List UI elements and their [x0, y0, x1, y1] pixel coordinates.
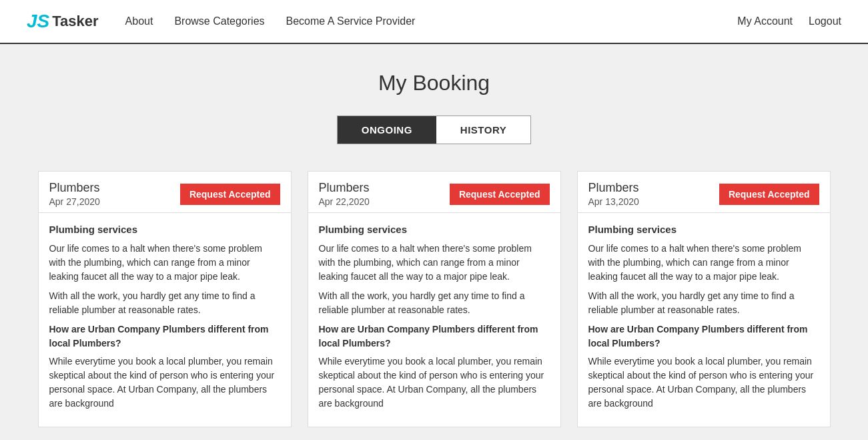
card-header-2: Plumbers Apr 22,2020 Request Accepted	[308, 172, 560, 213]
booking-card-1: Plumbers Apr 27,2020 Request Accepted Pl…	[38, 171, 292, 427]
nav-browse-categories[interactable]: Browse Categories	[174, 15, 264, 27]
service-text3-3: While everytime you book a local plumber…	[588, 355, 819, 411]
navbar-right: My Account Logout	[737, 15, 841, 27]
tabs-container: ONGOING HISTORY	[337, 116, 531, 144]
logo-icon: JS	[27, 12, 49, 31]
service-text2-3: With all the work, you hardly get any ti…	[588, 289, 819, 317]
nav-become-provider[interactable]: Become A Service Provider	[286, 15, 416, 27]
service-heading-2: How are Urban Company Plumbers different…	[319, 322, 550, 351]
service-title-1: Plumbing services	[49, 224, 280, 235]
card-header-3: Plumbers Apr 13,2020 Request Accepted	[578, 172, 830, 213]
status-badge-3: Request Accepted	[719, 184, 819, 205]
navbar: JS Tasker About Browse Categories Become…	[0, 0, 868, 44]
status-badge-1: Request Accepted	[180, 184, 280, 205]
tab-history[interactable]: HISTORY	[436, 116, 530, 144]
service-text2-1: With all the work, you hardly get any ti…	[49, 289, 280, 317]
card-header-1: Plumbers Apr 27,2020 Request Accepted	[39, 172, 291, 213]
booking-card-3: Plumbers Apr 13,2020 Request Accepted Pl…	[577, 171, 831, 427]
main-content: My Booking ONGOING HISTORY Plumbers Apr …	[0, 44, 868, 440]
service-text3-1: While everytime you book a local plumber…	[49, 355, 280, 411]
nav-about[interactable]: About	[125, 15, 153, 27]
status-badge-2: Request Accepted	[450, 184, 550, 205]
service-text1-1: Our life comes to a halt when there's so…	[49, 242, 280, 284]
card-body-1: Plumbing services Our life comes to a ha…	[39, 213, 291, 427]
service-text1-2: Our life comes to a halt when there's so…	[319, 242, 550, 284]
service-text2-2: With all the work, you hardly get any ti…	[319, 289, 550, 317]
tab-ongoing[interactable]: ONGOING	[338, 116, 436, 144]
card-title-3: Plumbers	[588, 181, 639, 195]
card-title-group-2: Plumbers Apr 22,2020	[319, 181, 370, 207]
service-text1-3: Our life comes to a halt when there's so…	[588, 242, 819, 284]
nav-logout[interactable]: Logout	[809, 15, 841, 27]
navbar-left: JS Tasker About Browse Categories Become…	[27, 12, 415, 31]
card-date-2: Apr 22,2020	[319, 196, 370, 207]
cards-container: Plumbers Apr 27,2020 Request Accepted Pl…	[14, 171, 855, 427]
card-title-2: Plumbers	[319, 181, 370, 195]
card-title-group-1: Plumbers Apr 27,2020	[49, 181, 100, 207]
nav-links: About Browse Categories Become A Service…	[125, 15, 416, 27]
card-title-group-3: Plumbers Apr 13,2020	[588, 181, 639, 207]
service-title-3: Plumbing services	[588, 224, 819, 235]
service-title-2: Plumbing services	[319, 224, 550, 235]
card-body-2: Plumbing services Our life comes to a ha…	[308, 213, 560, 427]
card-date-3: Apr 13,2020	[588, 196, 639, 207]
service-heading-3: How are Urban Company Plumbers different…	[588, 322, 819, 351]
service-text3-2: While everytime you book a local plumber…	[319, 355, 550, 411]
booking-card-2: Plumbers Apr 22,2020 Request Accepted Pl…	[308, 171, 561, 427]
card-date-1: Apr 27,2020	[49, 196, 100, 207]
card-title-1: Plumbers	[49, 181, 100, 195]
page-title: My Booking	[378, 71, 490, 95]
card-body-3: Plumbing services Our life comes to a ha…	[578, 213, 830, 427]
logo-link[interactable]: JS Tasker	[27, 12, 99, 31]
logo-text: Tasker	[52, 13, 98, 30]
nav-my-account[interactable]: My Account	[737, 15, 793, 27]
service-heading-1: How are Urban Company Plumbers different…	[49, 322, 280, 351]
